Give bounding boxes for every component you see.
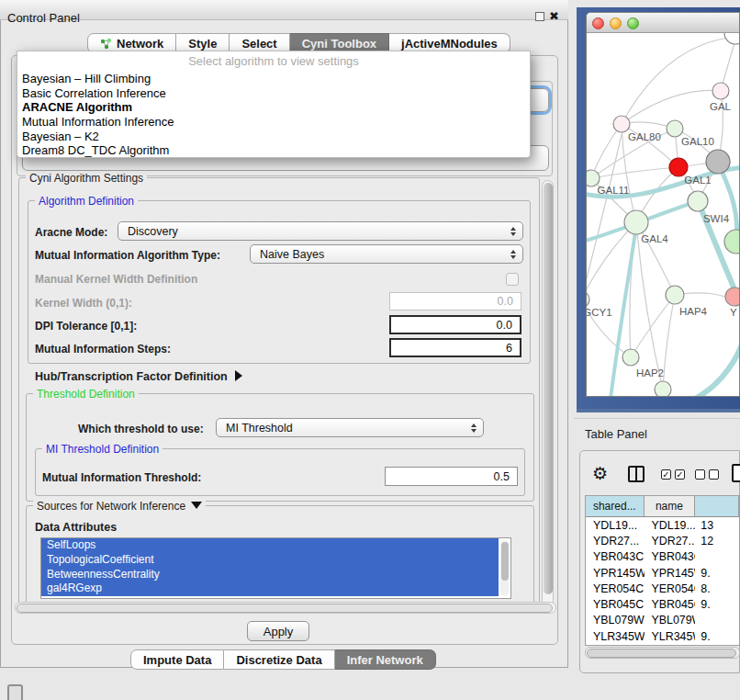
algorithm-option[interactable]: ARACNE Algorithm: [17, 100, 530, 115]
docked-window-icon[interactable]: [7, 684, 23, 700]
mi-steps-input[interactable]: 6: [389, 338, 521, 357]
table-cell: YER054C: [645, 582, 696, 595]
which-threshold-value: MI Threshold: [226, 422, 293, 435]
cyni-algorithm-settings-legend: Cyni Algorithm Settings: [26, 172, 147, 185]
mi-threshold-input[interactable]: 0.5: [385, 467, 518, 486]
aracne-mode-select[interactable]: Discovery: [118, 221, 523, 241]
mi-algorithm-type-select[interactable]: Naive Bayes: [250, 244, 523, 264]
tab-label: Style: [188, 37, 217, 51]
table-horizontal-scrollbar-thumb[interactable]: [587, 649, 736, 658]
network-node-swi4[interactable]: [688, 191, 708, 211]
data-attributes-list[interactable]: SelfLoopsTopologicalCoefficientBetweenne…: [40, 537, 511, 599]
network-node-gal[interactable]: [712, 83, 729, 99]
deselect-all-columns-icon[interactable]: [695, 469, 719, 480]
sources-legend[interactable]: Sources for Network Inference: [33, 500, 206, 513]
network-edge-thick[interactable]: [611, 226, 636, 397]
table-cell: 9.: [695, 630, 739, 643]
table-row[interactable]: YBL079WYBL079W: [586, 613, 739, 628]
table-settings-gear-icon[interactable]: ⚙: [592, 463, 608, 484]
manual-kernel-width-checkbox[interactable]: [506, 273, 519, 286]
table-row[interactable]: YER054CYER054C8.: [586, 581, 739, 596]
network-node[interactable]: [706, 150, 730, 174]
select-all-columns-icon[interactable]: ✓✓: [661, 469, 685, 480]
algorithm-option[interactable]: Dream8 DC_TDC Algorithm: [17, 143, 530, 158]
column-header[interactable]: [695, 496, 739, 516]
tab-label: Impute Data: [143, 653, 211, 667]
algorithm-option[interactable]: Bayesian – K2: [17, 130, 530, 144]
network-node-gal1[interactable]: [669, 158, 688, 176]
dpi-tolerance-input[interactable]: 0.0: [389, 315, 521, 334]
network-node-hap2[interactable]: [622, 349, 639, 366]
table-row[interactable]: YDL19...YDL19...13: [586, 517, 739, 533]
export-table-icon[interactable]: [732, 464, 740, 482]
close-traffic-light-icon[interactable]: [592, 17, 604, 29]
table-row[interactable]: YBR045CYBR045C9.: [586, 596, 739, 612]
table-row[interactable]: YDR27...YDR27...12: [586, 533, 739, 548]
hub-definition-expander[interactable]: Hub/Transcription Factor Definition: [35, 370, 242, 383]
close-icon[interactable]: ✖: [549, 9, 559, 23]
network-node-gal80[interactable]: [613, 116, 630, 132]
kernel-width-label: Kernel Width (0,1):: [35, 297, 132, 310]
minimize-traffic-light-icon[interactable]: [610, 17, 622, 29]
network-node-gal4[interactable]: [624, 210, 648, 234]
column-selector-icon[interactable]: [628, 466, 645, 482]
column-header[interactable]: shared...: [586, 496, 645, 516]
network-node-hap4[interactable]: [666, 286, 684, 304]
spinner-arrows-icon: [510, 250, 516, 259]
aracne-mode-label: Aracne Mode:: [35, 226, 107, 239]
network-node-gcy1[interactable]: [587, 291, 589, 308]
network-edge[interactable]: [622, 90, 721, 124]
table-row[interactable]: YLR345WYLR345W9.: [586, 628, 739, 644]
table-row[interactable]: YPR145WYPR145W9.: [586, 565, 739, 581]
network-node-gal10[interactable]: [667, 120, 683, 137]
column-header[interactable]: name: [645, 496, 696, 516]
kernel-width-input[interactable]: 0.0: [389, 292, 521, 310]
table-cell: YDL19...: [586, 519, 645, 532]
settings-vertical-scrollbar-thumb[interactable]: [544, 183, 553, 594]
attribute-list-item[interactable]: BetweennessCentrality: [41, 568, 499, 582]
table-cell: YDR27...: [586, 535, 645, 548]
algorithm-option[interactable]: Mutual Information Inference: [17, 115, 530, 130]
table-row[interactable]: YIL052CYIL052C9.: [586, 644, 739, 646]
tab-discretize-data[interactable]: Discretize Data: [224, 649, 334, 670]
algorithm-option[interactable]: Basic Correlation Inference: [17, 86, 530, 101]
network-canvas[interactable]: GALGAL80GAL10GAL1GAL11SWI4GAL4GCY1HAP4YH…: [587, 33, 740, 397]
network-edge[interactable]: [636, 222, 663, 390]
float-window-icon[interactable]: [535, 12, 544, 21]
attributes-scrollbar[interactable]: [500, 540, 509, 596]
network-edge-thick[interactable]: [695, 336, 740, 397]
network-node[interactable]: [655, 381, 671, 397]
network-window-titlebar[interactable]: [587, 13, 740, 33]
attribute-list-item[interactable]: gal4RGexp: [41, 581, 499, 596]
node-attribute-table[interactable]: shared...name YDL19...YDL19...13YDR27...…: [585, 495, 740, 646]
node-label: SWI4: [703, 213, 730, 224]
which-threshold-select[interactable]: MI Threshold: [216, 418, 484, 437]
algorithm-options: Bayesian – Hill ClimbingBasic Correlatio…: [17, 72, 530, 158]
network-node[interactable]: [724, 230, 740, 254]
network-edge[interactable]: [591, 124, 622, 178]
apply-button[interactable]: Apply: [247, 621, 309, 641]
attribute-list-item[interactable]: SelfLoops: [41, 538, 499, 553]
algorithm-definition-legend: Algorithm Definition: [35, 195, 138, 208]
network-edge-thick[interactable]: [718, 164, 737, 240]
table-cell: YPR145W: [586, 567, 645, 580]
network-edge[interactable]: [663, 295, 675, 390]
settings-horizontal-scrollbar-thumb[interactable]: [17, 604, 553, 613]
collapse-arrow-icon: [191, 502, 202, 509]
attribute-list-item[interactable]: TopologicalCoefficient: [41, 553, 499, 568]
network-edge[interactable]: [631, 295, 675, 357]
table-row[interactable]: YBR043CYBR043C: [586, 549, 739, 565]
mi-steps-label: Mutual Information Steps:: [35, 343, 171, 356]
table-panel-title: Table Panel: [585, 427, 647, 441]
scrollbar-thumb[interactable]: [501, 542, 509, 581]
tab-infer-network[interactable]: Infer Network: [335, 649, 436, 670]
tab-label: Infer Network: [347, 653, 423, 667]
network-node-y[interactable]: [725, 288, 740, 306]
aracne-mode-value: Discovery: [128, 225, 178, 238]
network-node[interactable]: [724, 33, 740, 44]
zoom-traffic-light-icon[interactable]: [627, 17, 639, 29]
network-edge[interactable]: [587, 134, 622, 299]
tab-impute-data[interactable]: Impute Data: [130, 649, 224, 670]
algorithm-option[interactable]: Bayesian – Hill Climbing: [17, 72, 530, 86]
node-label: GAL1: [684, 175, 711, 186]
